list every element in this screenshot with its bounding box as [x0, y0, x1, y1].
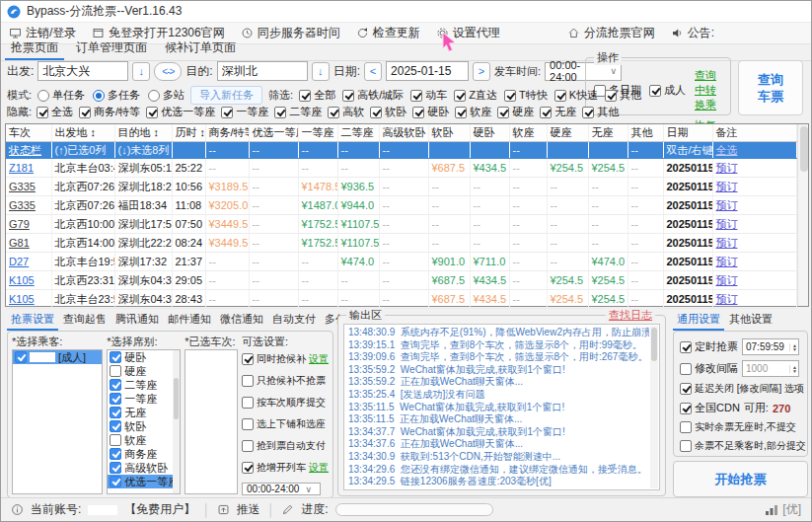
settings-tab[interactable]: 查询起售: [59, 312, 111, 331]
hide-checkbox[interactable]: 硬座: [497, 105, 534, 119]
hide-checkbox[interactable]: 商务/特等: [79, 105, 140, 119]
seat-type-item[interactable]: 二等座: [108, 378, 180, 392]
train-link[interactable]: K105: [9, 274, 35, 286]
page-tab[interactable]: 候补订单页面: [159, 39, 242, 60]
from-station-input[interactable]: [37, 61, 128, 81]
seat-type-checkbox[interactable]: [110, 476, 121, 487]
hide-checkbox[interactable]: 软座: [455, 105, 491, 119]
next-date-button[interactable]: >: [473, 62, 490, 81]
to-station-input[interactable]: [217, 61, 308, 81]
sync-time-button[interactable]: 同步服务器时间: [241, 25, 340, 41]
prev-date-button[interactable]: <: [364, 62, 382, 81]
book-link[interactable]: 预订: [716, 181, 738, 192]
interval-checkbox[interactable]: 修改间隔: [680, 361, 738, 376]
seat-type-item[interactable]: 软卧: [108, 419, 180, 433]
optional-setting-checkbox[interactable]: 同时抢候补 设置: [242, 352, 329, 365]
passenger-listbox[interactable]: [成人]: [12, 349, 103, 494]
from-dropdown-button[interactable]: ↓: [132, 62, 150, 81]
to-dropdown-button[interactable]: ↓: [312, 62, 330, 81]
column-header[interactable]: 出发地 ↕: [51, 124, 114, 142]
filter-checkbox[interactable]: T特快: [504, 88, 548, 103]
passenger-item[interactable]: [成人]: [13, 350, 102, 364]
column-header[interactable]: 目的地 ↕: [114, 124, 172, 142]
book-link[interactable]: 预订: [716, 274, 738, 286]
seat-type-checkbox[interactable]: [110, 393, 121, 405]
seat-type-checkbox[interactable]: [110, 448, 121, 460]
settings-tab[interactable]: 邮件通知: [164, 312, 215, 331]
book-link[interactable]: 预订: [716, 256, 738, 267]
no-standing-checkbox[interactable]: 实时余票无座时,不提交: [680, 420, 796, 434]
page-tab[interactable]: 订单管理页面: [70, 39, 153, 60]
settings-tab[interactable]: 抢票设置: [7, 312, 58, 331]
spinner-arrows-icon[interactable]: ▲▼: [789, 343, 797, 351]
filter-checkbox[interactable]: 高铁/城际: [342, 88, 404, 103]
general-tab[interactable]: 其他设置: [725, 312, 776, 331]
adult-checkbox[interactable]: 成人: [649, 83, 695, 98]
filter-checkbox[interactable]: K快速: [554, 88, 598, 103]
seat-type-checkbox[interactable]: [110, 420, 121, 432]
grab-time-select[interactable]: 00:00-24:00 ∨: [242, 483, 321, 495]
hide-checkbox[interactable]: 无座: [540, 105, 576, 119]
settings-tab[interactable]: 自动支付: [268, 312, 320, 331]
filter-checkbox[interactable]: Z直达: [454, 88, 497, 103]
seat-type-checkbox[interactable]: [110, 351, 121, 363]
column-header[interactable]: 无座: [588, 124, 627, 142]
mode-radio[interactable]: 单任务: [37, 88, 85, 103]
settings-tab[interactable]: 腾讯通知: [111, 312, 163, 331]
seat-type-listbox[interactable]: 硬卧 硬座 二等座: [107, 349, 181, 494]
swap-stations-button[interactable]: <->: [154, 62, 182, 81]
book-link[interactable]: 预订: [716, 162, 738, 174]
passenger-checkbox[interactable]: [15, 351, 27, 363]
train-link[interactable]: G81: [9, 237, 30, 249]
setting-link[interactable]: 设置: [309, 461, 329, 475]
proxy-settings-button[interactable]: 设置代理: [436, 25, 500, 41]
train-link[interactable]: Z181: [9, 162, 34, 174]
column-header[interactable]: 二等座: [337, 124, 379, 142]
train-link[interactable]: G335: [9, 199, 36, 211]
optional-setting-checkbox[interactable]: 抢到票自动支付: [242, 439, 329, 452]
seat-list-scrollbar-thumb[interactable]: [174, 378, 179, 419]
start-grab-button[interactable]: 开始抢票: [673, 461, 808, 497]
book-link[interactable]: 预订: [716, 293, 738, 305]
column-header[interactable]: 车次: [6, 124, 51, 142]
column-header[interactable]: 其他: [627, 124, 663, 142]
log-scrollbar-thumb[interactable]: [651, 328, 657, 361]
column-header[interactable]: 高级软卧: [379, 124, 428, 142]
seat-type-item[interactable]: 软座: [108, 433, 180, 447]
transfer-query-link[interactable]: 查询中转换乘: [695, 68, 724, 112]
table-scrollbar-thumb[interactable]: [800, 126, 808, 172]
hide-checkbox[interactable]: 全选: [37, 105, 73, 119]
book-link[interactable]: 预订: [716, 218, 738, 230]
hide-checkbox[interactable]: 高软: [328, 105, 364, 119]
filter-checkbox[interactable]: 其他: [605, 88, 641, 103]
hide-checkbox[interactable]: 硬卧: [412, 105, 449, 119]
seat-type-checkbox[interactable]: [110, 434, 121, 446]
column-header[interactable]: 优选一等座: [249, 124, 298, 142]
seat-type-checkbox[interactable]: [110, 462, 121, 474]
page-tab[interactable]: 抢票页面: [5, 39, 64, 60]
column-header[interactable]: 日期: [663, 124, 712, 142]
seat-type-item[interactable]: 硬座: [108, 364, 180, 378]
book-link[interactable]: 预订: [716, 237, 738, 249]
select-all-link[interactable]: 全选: [716, 144, 738, 156]
seat-type-item[interactable]: 一等座: [108, 392, 180, 406]
filter-checkbox[interactable]: 全部: [299, 88, 335, 103]
seat-type-item[interactable]: 优选一等座: [108, 475, 180, 488]
check-update-button[interactable]: 检查更新: [356, 25, 420, 41]
log-scrollbar[interactable]: [650, 326, 658, 488]
timed-grab-spinner[interactable]: 07:59:59▲▼: [742, 338, 799, 355]
column-header[interactable]: 软座: [509, 124, 547, 142]
spinner-arrows-icon[interactable]: ▲▼: [789, 365, 797, 373]
seat-type-checkbox[interactable]: [110, 379, 121, 391]
train-link[interactable]: K105: [9, 293, 35, 305]
hide-checkbox[interactable]: 优选一等座: [146, 105, 215, 119]
chosen-trains-listbox[interactable]: [185, 349, 238, 494]
train-link[interactable]: G79: [9, 218, 30, 230]
filter-checkbox[interactable]: 动车: [410, 88, 447, 103]
timed-grab-checkbox[interactable]: 定时抢票: [680, 339, 738, 354]
train-link[interactable]: G335: [9, 181, 36, 192]
column-header[interactable]: 商务/特等: [205, 124, 249, 142]
seat-type-checkbox[interactable]: [110, 407, 121, 418]
seat-list-scrollbar[interactable]: [173, 350, 180, 493]
setting-link[interactable]: 设置: [309, 352, 329, 366]
